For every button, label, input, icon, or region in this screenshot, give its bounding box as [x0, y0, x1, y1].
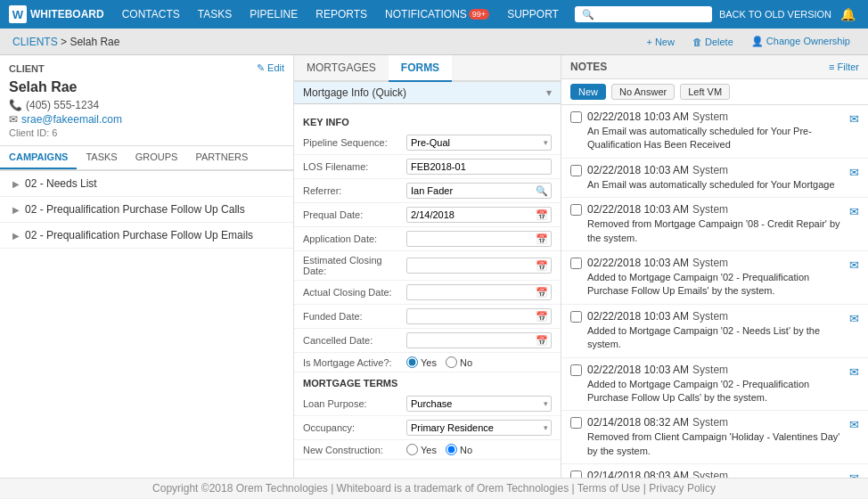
breadcrumb-actions: + New 🗑 Delete 👤 Change Ownership — [641, 34, 856, 49]
breadcrumb: CLIENTS > Selah Rae — [12, 36, 119, 48]
field-label: LOS Filename: — [303, 161, 401, 172]
occupancy-select[interactable]: Primary Residence — [406, 420, 552, 436]
nav-contacts[interactable]: CONTACTS — [113, 0, 189, 29]
field-label: Actual Closing Date: — [303, 287, 401, 298]
field-label: Occupancy: — [303, 422, 401, 433]
campaign-item[interactable]: ▶ 02 - Prequalification Purchase Follow … — [0, 197, 293, 223]
nav-notifications[interactable]: NOTIFICATIONS 99+ — [376, 0, 498, 29]
mortgage-dropdown[interactable]: Mortgage Info (Quick) ▾ — [294, 82, 561, 104]
new-construction-yes[interactable] — [406, 444, 418, 455]
campaign-item[interactable]: ▶ 02 - Prequalification Purchase Follow … — [0, 223, 293, 249]
note-checkbox[interactable] — [570, 165, 582, 176]
change-ownership-button[interactable]: 👤 Change Ownership — [746, 34, 856, 49]
note-checkbox[interactable] — [570, 204, 582, 216]
client-email-link[interactable]: srae@fakeemail.com — [21, 113, 122, 126]
note-checkbox[interactable] — [570, 470, 582, 478]
delete-button[interactable]: 🗑 Delete — [687, 35, 739, 49]
tab-campaigns[interactable]: CAMPAIGNS — [0, 146, 77, 169]
note-checkbox[interactable] — [570, 417, 582, 429]
campaign-label: 02 - Prequalification Purchase Follow Up… — [25, 203, 245, 216]
chevron-right-icon: ▶ — [12, 205, 20, 215]
notes-panel: NOTES ≡ Filter New No Answer Left VM 02/… — [561, 55, 868, 478]
nav-support[interactable]: SUPPORT — [498, 0, 568, 29]
footer: Copyright ©2018 Orem Technologies | Whit… — [0, 478, 868, 498]
email-icon: ✉ — [849, 418, 859, 431]
tab-forms[interactable]: FORMS — [389, 55, 452, 82]
cancelled-date-input[interactable] — [406, 332, 552, 348]
edit-client-button[interactable]: ✎ Edit — [257, 62, 284, 74]
note-checkbox[interactable] — [570, 258, 582, 269]
los-filename-input[interactable] — [406, 159, 552, 175]
funded-date-input[interactable] — [406, 308, 552, 324]
note-meta: 02/22/2018 10:03 AM System — [587, 110, 844, 123]
new-construction-yes-label[interactable]: Yes — [406, 444, 437, 455]
estimated-closing-input[interactable] — [406, 258, 552, 274]
note-meta: 02/22/2018 10:03 AM System — [587, 364, 844, 376]
radio-no[interactable] — [446, 356, 457, 368]
campaign-tabs: CAMPAIGNS TASKS GROUPS PARTNERS — [0, 146, 293, 171]
tab-groups[interactable]: GROUPS — [127, 146, 187, 169]
bell-icon[interactable]: 🔔 — [837, 7, 859, 21]
field-label: Application Date: — [303, 233, 401, 244]
note-meta: 02/14/2018 08:03 AM System — [587, 470, 844, 478]
form-content: KEY INFO Pipeline Sequence: Pre-Qual ▾ L… — [294, 104, 561, 478]
note-checkbox[interactable] — [570, 111, 582, 123]
note-checkbox[interactable] — [570, 311, 582, 323]
back-old-version-link[interactable]: BACK TO OLD VERSION — [719, 9, 831, 20]
radio-yes[interactable] — [406, 356, 418, 368]
email-icon: ✉ — [9, 113, 18, 126]
referrer-input[interactable] — [406, 183, 552, 199]
tab-tasks[interactable]: TASKS — [77, 146, 126, 169]
application-date-input[interactable] — [406, 231, 552, 247]
note-checkbox[interactable] — [570, 364, 582, 376]
note-meta: 02/22/2018 10:03 AM System — [587, 164, 844, 176]
chevron-down-icon: ▾ — [546, 86, 552, 99]
actual-closing-input[interactable] — [406, 284, 552, 300]
note-author: System — [692, 364, 728, 376]
note-date: 02/22/2018 10:03 AM — [587, 110, 689, 123]
left-panel: CLIENT ✎ Edit Selah Rae 📞 (405) 555-1234… — [0, 55, 294, 478]
filter-button[interactable]: ≡ Filter — [829, 61, 859, 72]
breadcrumb-separator: > — [61, 36, 70, 48]
note-text: Added to Mortgage Campaign '02 - Needs L… — [587, 324, 844, 352]
loan-purpose-select[interactable]: Purchase — [406, 396, 552, 412]
note-text: An Email was automatically scheduled for… — [587, 178, 844, 192]
new-button[interactable]: + New — [641, 35, 680, 49]
nav-tasks[interactable]: TASKS — [189, 0, 241, 29]
calendar-icon: 📅 — [536, 287, 548, 299]
email-icon: ✉ — [849, 166, 859, 179]
middle-panel: MORTGAGES FORMS Mortgage Info (Quick) ▾ … — [294, 55, 561, 478]
note-text: An Email was automatically scheduled for… — [587, 125, 844, 152]
radio-no-label[interactable]: No — [446, 356, 472, 368]
new-construction-no[interactable] — [446, 444, 457, 455]
note-item: 02/22/2018 10:03 AM System An Email was … — [561, 159, 868, 198]
nav-pipeline[interactable]: PIPELINE — [241, 0, 307, 29]
campaign-label: 02 - Prequalification Purchase Follow Up… — [25, 229, 253, 241]
radio-yes-label[interactable]: Yes — [406, 356, 437, 368]
filter-new-button[interactable]: New — [570, 84, 606, 100]
logo[interactable]: W WHITEBOARD — [9, 5, 104, 23]
field-label: New Construction: — [303, 445, 401, 455]
nav-reports[interactable]: REPORTS — [307, 0, 376, 29]
breadcrumb-clients-link[interactable]: CLIENTS — [12, 36, 58, 48]
note-body: 02/14/2018 08:03 AM System An Email was … — [587, 470, 844, 478]
tab-partners[interactable]: PARTNERS — [186, 146, 257, 169]
note-meta: 02/22/2018 10:03 AM System — [587, 310, 844, 323]
menu-icon[interactable]: ☰ — [864, 7, 868, 21]
campaign-item[interactable]: ▶ 02 - Needs List — [0, 171, 293, 197]
note-item: 02/14/2018 08:32 AM System Removed from … — [561, 411, 868, 464]
note-date: 02/14/2018 08:32 AM — [587, 416, 689, 429]
email-icon: ✉ — [849, 312, 859, 325]
filter-left-vm-button[interactable]: Left VM — [680, 84, 730, 100]
prequal-date-input[interactable] — [406, 207, 552, 223]
pipeline-sequence-select[interactable]: Pre-Qual — [406, 135, 552, 151]
new-construction-no-label[interactable]: No — [446, 444, 472, 455]
search-input[interactable] — [575, 6, 712, 22]
field-referrer: Referrer: 🔍 — [294, 179, 561, 203]
tab-mortgages[interactable]: MORTGAGES — [294, 55, 389, 82]
field-pipeline-sequence: Pipeline Sequence: Pre-Qual ▾ — [294, 131, 561, 155]
filter-no-answer-button[interactable]: No Answer — [611, 84, 675, 100]
note-author: System — [692, 257, 728, 269]
main-content: CLIENT ✎ Edit Selah Rae 📞 (405) 555-1234… — [0, 55, 868, 478]
note-body: 02/22/2018 10:03 AM System Added to Mort… — [587, 257, 844, 299]
